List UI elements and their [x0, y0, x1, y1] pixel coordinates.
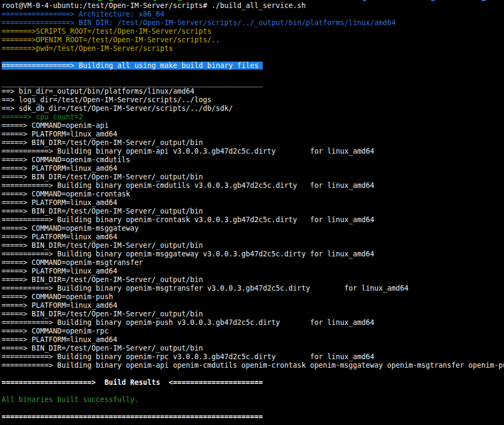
terminal-line	[2, 53, 504, 62]
terminal-line: =====> BIN_DIR=/test/Open-IM-Server/_out…	[2, 241, 504, 250]
terminal-line: =======>pwd=/test/Open-IM-Server/scripts	[2, 44, 504, 53]
terminal-line: ===========> Building binary openim-api …	[2, 147, 504, 156]
terminal-line: =====> PLATFORM=linux_amd64	[2, 199, 504, 207]
terminal-line	[2, 370, 504, 378]
terminal-line: ===========> Building binary openim-cmdu…	[2, 181, 504, 190]
terminal-line: ===========> Building binary openim-rpc …	[2, 353, 504, 361]
terminal-line: ==> logs_dir=/test/Open-IM-Server/script…	[2, 96, 504, 104]
clipped-text-fragment	[154, 0, 156, 1]
terminal-line: =====> COMMAND=openim-rpc	[2, 327, 504, 336]
terminal-line: ===========> Building binary openim-msgt…	[2, 284, 504, 293]
terminal-line: ===========> Building binary openim-api …	[2, 361, 504, 370]
terminal-line: =====> COMMAND=openim-crontask	[2, 190, 504, 199]
terminal-line: =====> BIN_DIR=/test/Open-IM-Server/_out…	[2, 207, 504, 216]
terminal-line: =====> PLATFORM=linux_amd64	[2, 164, 504, 173]
clipped-text-fragment	[431, 0, 434, 1]
terminal-line	[2, 404, 504, 413]
terminal-line: ================> BIN_DIR: /test/Open-IM…	[2, 19, 504, 27]
terminal-line: =====> PLATFORM=linux_amd64	[2, 267, 504, 276]
clipped-text-fragment	[109, 0, 113, 1]
terminal-line	[2, 70, 504, 79]
terminal-line: =====> PLATFORM=linux_amd64	[2, 301, 504, 310]
terminal-line: ===========> Building binary openim-msgg…	[2, 250, 504, 259]
terminal-line: =====> BIN_DIR=/test/Open-IM-Server/_out…	[2, 344, 504, 353]
clipped-text-fragment	[482, 0, 486, 1]
highlighted-status-line: ================> Building all using mak…	[2, 62, 263, 70]
terminal-line: ==> sdk_db_dir=/test/Open-IM-Server/scri…	[2, 104, 504, 113]
terminal-line: ===========> Building binary openim-push…	[2, 318, 504, 327]
clipped-text-fragment	[363, 0, 366, 1]
clipped-text-fragment	[178, 0, 181, 1]
terminal-line: =====> COMMAND=openim-api	[2, 122, 504, 130]
terminal-line: =====> PLATFORM=linux_amd64	[2, 336, 504, 344]
terminal-line: ========================================…	[2, 413, 504, 421]
terminal-line: ================> Architecture: x86_64	[2, 10, 504, 19]
terminal-line: ===========> Building binary openim-cron…	[2, 216, 504, 224]
terminal-line: =====> PLATFORM=linux_amd64	[2, 233, 504, 241]
terminal-line: =====> BIN_DIR=/test/Open-IM-Server/_out…	[2, 173, 504, 181]
terminal-line: =====================> Build Results <==…	[2, 378, 504, 387]
terminal-line: ________________________________________…	[2, 79, 504, 87]
terminal-line: =======>OPENIM_ROOT=/test/Open-IM-Server…	[2, 36, 504, 44]
terminal-line: ======> cpu_count=2	[2, 113, 504, 122]
terminal-output: root@VM-0-4-ubuntu:/test/Open-IM-Server/…	[2, 2, 504, 421]
terminal-line: =====> COMMAND=openim-msgtransfer	[2, 259, 504, 267]
terminal-line: ================> Building all using mak…	[2, 62, 504, 70]
terminal-line: =======>SCRIPTS_ROOT=/test/Open-IM-Serve…	[2, 27, 504, 36]
terminal-line: =====> BIN_DIR=/test/Open-IM-Server/_out…	[2, 276, 504, 284]
clipped-text-fragment	[98, 0, 102, 1]
terminal-line: =====> PLATFORM=linux_amd64	[2, 130, 504, 139]
terminal-line: =====> BIN_DIR=/test/Open-IM-Server/_out…	[2, 310, 504, 318]
terminal-line: root@VM-0-4-ubuntu:/test/Open-IM-Server/…	[2, 2, 504, 10]
terminal-line: =====> BIN_DIR=/test/Open-IM-Server/_out…	[2, 139, 504, 147]
terminal[interactable]: root@VM-0-4-ubuntu:/test/Open-IM-Server/…	[0, 0, 504, 425]
terminal-line: =====> COMMAND=openim-push	[2, 293, 504, 301]
terminal-line: =====> COMMAND=openim-cmdutils	[2, 156, 504, 164]
terminal-line: ==> bin_dir=_output/bin/platforms/linux/…	[2, 87, 504, 96]
terminal-line: All binaries built successfully.	[2, 396, 504, 404]
terminal-line: =====> COMMAND=openim-msggateway	[2, 224, 504, 233]
terminal-line	[2, 387, 504, 396]
